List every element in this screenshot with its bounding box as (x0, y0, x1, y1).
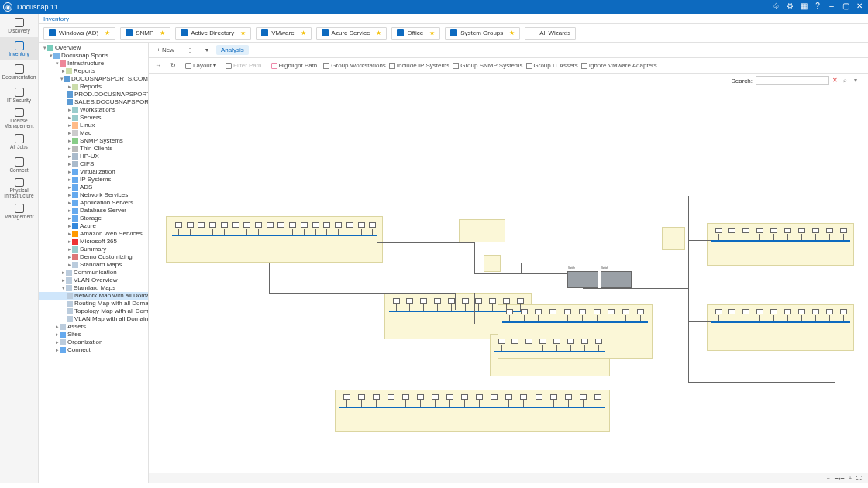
tree-network-map-with-all-domains[interactable]: Network Map with all Domains (39, 292, 148, 300)
filter-path[interactable]: Filter Path (222, 60, 264, 71)
search-dropdown-icon[interactable]: ▾ (854, 77, 862, 84)
tree-amazon-web-services[interactable]: ▸Amazon Web Services (39, 230, 148, 238)
fit-icon[interactable]: ⛶ (856, 476, 862, 481)
tree-azure[interactable]: ▸Azure (39, 222, 148, 230)
scan-azure-service[interactable]: Azure Service★ (316, 27, 388, 40)
scan-active-directory[interactable]: Active Directory★ (175, 27, 251, 40)
nav-connect[interactable]: Connect (0, 153, 38, 177)
network-segment[interactable] (484, 255, 501, 272)
tree-twisty-icon[interactable]: ▸ (60, 269, 66, 277)
scan-office[interactable]: Office★ (391, 27, 440, 40)
scan-system-groups[interactable]: System Groups★ (445, 27, 520, 40)
search-icon[interactable]: ⌕ (843, 77, 851, 84)
nav-documentation[interactable]: Documentation (0, 60, 38, 84)
tree-assets[interactable]: ▸Assets (39, 323, 148, 331)
star-icon[interactable]: ★ (509, 29, 515, 36)
tree-twisty-icon[interactable]: ▸ (67, 129, 72, 137)
tree-twisty-icon[interactable]: ▾ (42, 44, 47, 52)
tree-vlan-overview[interactable]: ▸VLAN Overview (39, 277, 148, 284)
tree-twisty-icon[interactable]: ▸ (67, 222, 72, 230)
scan-vmware[interactable]: VMware★ (256, 27, 311, 40)
scan-windows-ad-[interactable]: Windows (AD)★ (43, 27, 115, 40)
tree-vlan-map-with-all-domains[interactable]: VLAN Map with all Domains (39, 315, 148, 323)
chk-group-it-assets[interactable]: Group IT Assets (526, 62, 578, 69)
network-segment[interactable] (662, 227, 685, 250)
zoom-out-icon[interactable]: − (827, 476, 830, 481)
tree-twisty-icon[interactable]: ▸ (67, 168, 72, 176)
tools-icon[interactable]: ▦ (798, 2, 809, 12)
clear-search-icon[interactable]: ✕ (832, 77, 840, 84)
tree-twisty-icon[interactable]: ▾ (54, 60, 60, 67)
switch-device[interactable]: Switch (601, 271, 632, 288)
map-refresh[interactable]: ↻ (167, 60, 179, 71)
star-icon[interactable]: ★ (105, 29, 110, 36)
tree-topology-map-with-all-domains[interactable]: Topology Map with all Domains (39, 308, 148, 315)
tree-servers[interactable]: ▸Servers (39, 114, 148, 122)
tab-menu[interactable]: ⋮ (182, 45, 198, 55)
layout-dropdown[interactable]: Layout ▾ (182, 60, 219, 71)
tree-organization[interactable]: ▸Organization (39, 339, 148, 346)
tree-workstations[interactable]: ▸Workstations (39, 106, 148, 114)
tree-twisty-icon[interactable]: ▸ (67, 238, 72, 246)
tree-twisty-icon[interactable]: ▸ (54, 346, 60, 354)
zoom-slider[interactable]: ━●━ (835, 476, 844, 482)
notify-icon[interactable]: ♤ (770, 2, 781, 12)
highlight-path[interactable]: Highlight Path (268, 60, 321, 71)
settings-icon[interactable]: ⚙ (784, 2, 795, 12)
tree-storage[interactable]: ▸Storage (39, 215, 148, 222)
tree-summary[interactable]: ▸Summary (39, 246, 148, 253)
nav-all jobs[interactable]: All Jobs (0, 130, 38, 153)
tree-standard-maps[interactable]: ▾Standard Maps (39, 284, 148, 292)
zoom-in-icon[interactable]: + (849, 476, 852, 481)
tree-twisty-icon[interactable]: ▸ (67, 114, 72, 122)
star-icon[interactable]: ★ (240, 29, 246, 36)
star-icon[interactable]: ★ (429, 29, 435, 36)
tab-dropdown[interactable]: ▾ (201, 45, 213, 55)
tree-linux[interactable]: ▸Linux (39, 122, 148, 129)
tree-twisty-icon[interactable]: ▾ (60, 284, 66, 292)
nav-license[interactable]: LicenseManagement (0, 107, 38, 130)
help-icon[interactable]: ? (812, 2, 823, 12)
star-icon[interactable]: ★ (301, 29, 306, 36)
tree-communication[interactable]: ▸Communication (39, 269, 148, 277)
tree-ip-systems[interactable]: ▸IP Systems (39, 176, 148, 184)
tree-demo-customizing[interactable]: ▸Demo Customizing (39, 253, 148, 261)
analysis-tab[interactable]: Analysis (216, 45, 249, 55)
tree-application-servers[interactable]: ▸Application Servers (39, 199, 148, 207)
tree-docusnapsports-com[interactable]: ▾DOCUSNAPSPORTS.COM (39, 75, 148, 83)
new-tab[interactable]: + New (152, 45, 179, 55)
tree-connect[interactable]: ▸Connect (39, 346, 148, 354)
nav-inventory[interactable]: Inventory (0, 37, 38, 60)
tree-twisty-icon[interactable]: ▸ (60, 277, 66, 284)
tree-cifs[interactable]: ▸CIFS (39, 160, 148, 168)
tree-snmp-systems[interactable]: ▸SNMP Systems (39, 137, 148, 145)
tree-sales-docusnapsports-com[interactable]: SALES.DOCUSNAPSPORTS.COM (39, 98, 148, 106)
switch-device[interactable]: Switch (567, 271, 598, 288)
star-icon[interactable]: ★ (376, 29, 381, 36)
tree-twisty-icon[interactable]: ▸ (67, 83, 72, 91)
close-icon[interactable]: ✕ (854, 2, 865, 12)
nav-it security[interactable]: IT Security (0, 84, 38, 107)
tree-prod-docusnapsports-com[interactable]: PROD.DOCUSNAPSPORTS.COM (39, 91, 148, 98)
tree-twisty-icon[interactable]: ▸ (67, 160, 72, 168)
network-segment[interactable] (459, 219, 505, 242)
tree-twisty-icon[interactable]: ▸ (54, 339, 60, 346)
tree-overview[interactable]: ▾Overview (39, 44, 148, 52)
nav-discovery[interactable]: Discovery (0, 14, 38, 37)
tree-twisty-icon[interactable]: ▸ (54, 323, 60, 331)
nav-physical[interactable]: PhysicalInfrastructure (0, 177, 38, 200)
tree-twisty-icon[interactable]: ▸ (67, 207, 72, 215)
tree-twisty-icon[interactable]: ▸ (67, 191, 72, 199)
tree-microsoft-[interactable]: ▸Microsoft 365 (39, 238, 148, 246)
tree-twisty-icon[interactable]: ▸ (67, 253, 72, 261)
minimize-icon[interactable]: – (826, 2, 837, 12)
chk-ignore-vmware-adapters[interactable]: Ignore VMware Adapters (581, 62, 657, 69)
star-icon[interactable]: ★ (160, 29, 165, 36)
chk-group-workstations[interactable]: Group Workstations (323, 62, 386, 69)
tree-twisty-icon[interactable]: ▸ (67, 106, 72, 114)
network-map-canvas[interactable]: SwitchSwitch (149, 88, 868, 473)
tree-reports[interactable]: ▸Reports (39, 67, 148, 75)
tree-twisty-icon[interactable]: ▸ (67, 153, 72, 160)
tree-twisty-icon[interactable]: ▸ (67, 230, 72, 238)
tree-twisty-icon[interactable]: ▸ (67, 137, 72, 145)
